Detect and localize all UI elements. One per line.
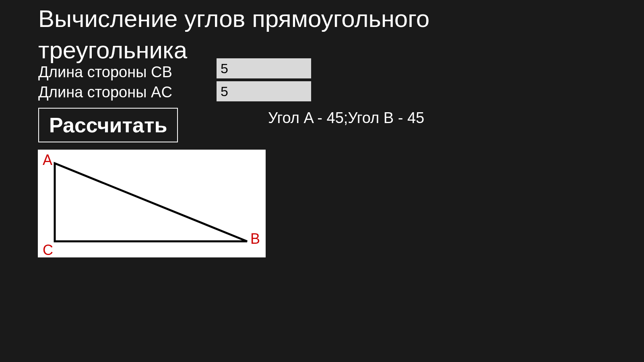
label-side-cb: Длина стороны CB bbox=[38, 64, 172, 81]
label-side-ac: Длина стороны AC bbox=[38, 84, 172, 101]
vertex-c: C bbox=[43, 242, 53, 257]
input-side-cb[interactable] bbox=[217, 58, 311, 78]
triangle-diagram: A B C bbox=[38, 150, 266, 257]
calculate-button[interactable]: Рассчитать bbox=[38, 108, 178, 142]
svg-marker-0 bbox=[55, 163, 247, 241]
page-title: Вычисление углов прямоугольного треуголь… bbox=[38, 3, 481, 66]
result-output: Угол A - 45;Угол B - 45 bbox=[268, 109, 424, 127]
vertex-b: B bbox=[250, 230, 260, 247]
vertex-a: A bbox=[43, 152, 52, 168]
input-side-ac[interactable] bbox=[217, 81, 311, 101]
app-root: Вычисление углов прямоугольного треуголь… bbox=[0, 0, 644, 362]
